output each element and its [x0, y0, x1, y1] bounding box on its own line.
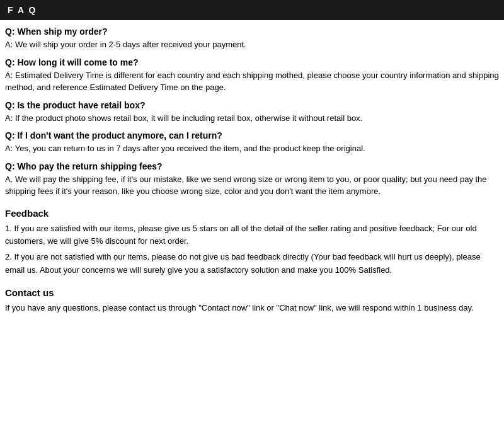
page-container: F A Q Q: When ship my order? A: We will … — [0, 0, 504, 314]
feedback-item-2: 2. If you are not satisfied with our ite… — [5, 251, 499, 277]
faq-item-1: Q: When ship my order? A: We will ship y… — [5, 26, 499, 51]
faq-question-5: Q: Who pay the return shipping fees? — [5, 161, 499, 171]
faq-header: F A Q — [0, 0, 504, 20]
contact-text: If you have any questions, please contac… — [5, 302, 499, 315]
faq-question-3: Q: Is the product have retail box? — [5, 100, 499, 110]
faq-question-1: Q: When ship my order? — [5, 26, 499, 37]
faq-header-title: F A Q — [8, 5, 37, 15]
feedback-section: Feedback 1. If you are satisfied with ou… — [0, 208, 504, 277]
faq-item-5: Q: Who pay the return shipping fees? A. … — [5, 161, 499, 198]
faq-answer-5: A. We will pay the shipping fee, if it's… — [5, 173, 499, 198]
faq-answer-4: A: Yes, you can return to us in 7 days a… — [5, 142, 499, 155]
faq-item-3: Q: Is the product have retail box? A: If… — [5, 100, 499, 125]
faq-question-2: Q: How long it will come to me? — [5, 57, 499, 67]
faq-item-4: Q: If I don't want the product anymore, … — [5, 130, 499, 155]
faq-answer-1: A: We will ship your order in 2-5 days a… — [5, 38, 499, 51]
contact-title: Contact us — [5, 287, 499, 298]
contact-section: Contact us If you have any questions, pl… — [0, 287, 504, 315]
faq-question-4: Q: If I don't want the product anymore, … — [5, 130, 499, 140]
faq-answer-3: A: If the product photo shows retail box… — [5, 112, 499, 125]
faq-item-2: Q: How long it will come to me? A: Estim… — [5, 57, 499, 94]
faq-section: Q: When ship my order? A: We will ship y… — [0, 26, 504, 198]
feedback-item-1: 1. If you are satisfied with our items, … — [5, 222, 499, 249]
feedback-title: Feedback — [5, 208, 499, 219]
faq-answer-2: A: Estimated Delivery Time is different … — [5, 69, 499, 94]
